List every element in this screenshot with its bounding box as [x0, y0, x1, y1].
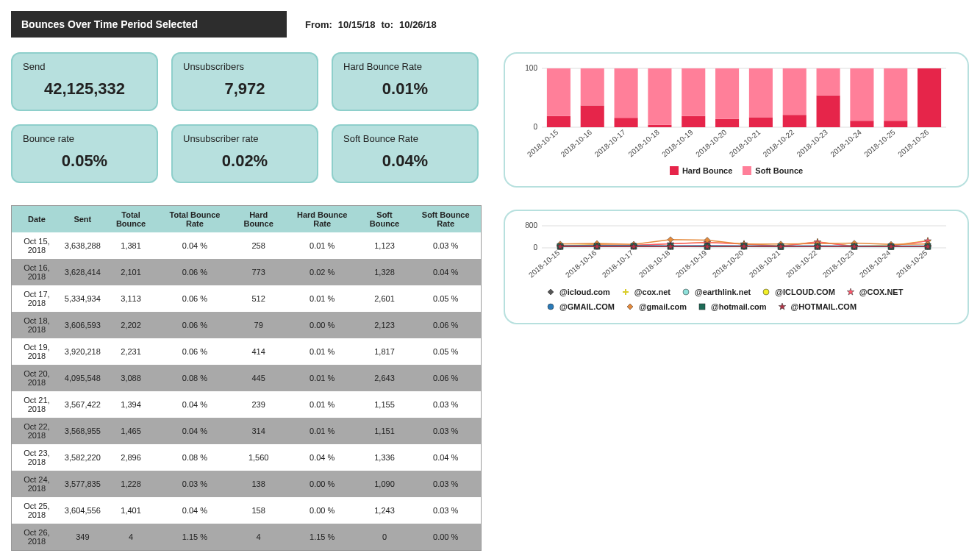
- table-cell: 3,582,220: [62, 444, 104, 471]
- table-cell: 2,643: [359, 365, 411, 391]
- table-row: Oct 17, 20185,334,9343,1130.06 %5120.01 …: [12, 285, 482, 312]
- bounce-table: DateSentTotal BounceTotal Bounce RateHar…: [11, 205, 482, 551]
- table-cell: Oct 21, 2018: [12, 391, 62, 418]
- svg-rect-17: [682, 68, 705, 116]
- table-cell: 2,601: [359, 285, 411, 312]
- table-cell: 0.04 %: [158, 391, 231, 418]
- table-cell: 3,567,422: [62, 391, 104, 418]
- table-cell: 0.00 %: [410, 524, 481, 551]
- page-title: Bounces Over Time Period Selected: [11, 11, 287, 38]
- svg-rect-26: [783, 68, 806, 115]
- svg-rect-25: [783, 115, 806, 127]
- legend-item: @gmail.com: [625, 302, 687, 312]
- table-cell: 4,095,548: [62, 365, 104, 391]
- table-cell: 4: [104, 524, 159, 551]
- table-cell: 2,202: [104, 312, 159, 338]
- metric-card: Hard Bounce Rate0.01%: [332, 52, 479, 111]
- svg-rect-31: [850, 121, 873, 127]
- table-cell: Oct 24, 2018: [12, 471, 62, 497]
- table-cell: Oct 20, 2018: [12, 365, 62, 391]
- svg-text:0: 0: [533, 123, 537, 131]
- table-cell: 0.02 %: [286, 259, 359, 285]
- table-cell: Oct 26, 2018: [12, 524, 62, 551]
- legend-item: @COX.NET: [845, 287, 904, 297]
- legend-item: @ICLOUD.COM: [761, 287, 835, 297]
- svg-rect-8: [581, 68, 604, 105]
- table-cell: 1.15 %: [158, 524, 231, 551]
- table-cell: 0.06 %: [410, 365, 481, 391]
- svg-point-168: [683, 289, 689, 295]
- svg-text:2018-10-23: 2018-10-23: [821, 249, 856, 279]
- table-cell: 0.04 %: [410, 444, 481, 471]
- metric-label: Hard Bounce Rate: [343, 61, 467, 72]
- table-cell: 349: [62, 524, 104, 551]
- svg-text:2018-10-17: 2018-10-17: [601, 249, 635, 279]
- legend-item: @HOTMAIL.COM: [777, 302, 857, 312]
- column-header: Total Bounce Rate: [158, 206, 231, 233]
- table-row: Oct 26, 201834941.15 %41.15 %00.00 %: [12, 524, 482, 551]
- svg-text:2018-10-20: 2018-10-20: [711, 249, 745, 279]
- table-cell: 0.00 %: [286, 497, 359, 524]
- table-row: Oct 21, 20183,567,4221,3940.04 %2390.01 …: [12, 391, 482, 418]
- table-cell: 0.01 %: [286, 338, 359, 365]
- table-cell: 1,328: [359, 259, 411, 285]
- table-cell: 1,228: [104, 471, 159, 497]
- table-cell: 0.01 %: [286, 391, 359, 418]
- svg-rect-34: [884, 121, 907, 127]
- svg-point-171: [548, 304, 554, 310]
- table-row: Oct 19, 20183,920,2182,2310.06 %4140.01 …: [12, 338, 482, 365]
- table-cell: Oct 22, 2018: [12, 418, 62, 444]
- column-header: Sent: [62, 206, 104, 233]
- table-cell: 0.04 %: [158, 232, 231, 259]
- table-cell: 3,577,835: [62, 471, 104, 497]
- table-cell: 1,090: [359, 471, 411, 497]
- svg-rect-5: [547, 68, 571, 116]
- svg-text:2018-10-22: 2018-10-22: [762, 128, 796, 159]
- metric-value: 0.02%: [183, 152, 307, 171]
- table-cell: 3,568,955: [62, 418, 104, 444]
- metric-card: Send42,125,332: [11, 52, 158, 111]
- svg-rect-22: [749, 117, 773, 127]
- legend-item: @GMAIL.COM: [546, 302, 615, 312]
- to-label: to:: [381, 19, 393, 30]
- from-value: 10/15/18: [338, 19, 376, 30]
- table-cell: 0.06 %: [158, 338, 231, 365]
- table-cell: 3,606,593: [62, 312, 104, 338]
- table-row: Oct 20, 20184,095,5483,0880.08 %4450.01 …: [12, 365, 482, 391]
- table-cell: 3,604,556: [62, 497, 104, 524]
- table-cell: 0.03 %: [410, 232, 481, 259]
- column-header: Soft Bounce Rate: [410, 206, 481, 233]
- table-cell: 414: [232, 338, 286, 365]
- line-chart: 08002018-10-152018-10-162018-10-172018-1…: [504, 210, 969, 324]
- table-cell: Oct 25, 2018: [12, 497, 62, 524]
- svg-text:0: 0: [533, 243, 537, 252]
- metric-label: Unsubscribers: [183, 61, 307, 72]
- table-cell: 79: [232, 312, 286, 338]
- svg-marker-165: [548, 289, 554, 295]
- table-cell: 0.05 %: [410, 285, 481, 312]
- svg-text:100: 100: [525, 65, 537, 72]
- svg-rect-37: [918, 68, 941, 127]
- table-row: Oct 24, 20183,577,8351,2280.03 %1380.00 …: [12, 471, 482, 497]
- table-cell: 0.04 %: [158, 418, 231, 444]
- table-cell: 1,817: [359, 338, 411, 365]
- to-value: 10/26/18: [399, 19, 437, 30]
- table-cell: 0.01 %: [286, 365, 359, 391]
- svg-marker-172: [627, 304, 633, 310]
- svg-text:2018-10-25: 2018-10-25: [895, 249, 929, 279]
- table-cell: 2,231: [104, 338, 159, 365]
- svg-rect-29: [817, 68, 840, 96]
- metric-card: Unsubscribers7,972: [171, 52, 318, 111]
- table-cell: 0.08 %: [158, 365, 231, 391]
- table-cell: 0.08 %: [158, 444, 231, 471]
- table-cell: 1,123: [359, 232, 411, 259]
- table-cell: 1,243: [359, 497, 411, 524]
- svg-rect-14: [648, 68, 671, 125]
- svg-rect-16: [682, 116, 705, 127]
- svg-text:2018-10-20: 2018-10-20: [694, 128, 729, 159]
- table-cell: 0.01 %: [286, 285, 359, 312]
- svg-rect-23: [749, 68, 773, 117]
- table-cell: 1,151: [359, 418, 411, 444]
- metric-card: Bounce rate0.05%: [11, 124, 158, 183]
- metric-value: 0.01%: [343, 79, 467, 99]
